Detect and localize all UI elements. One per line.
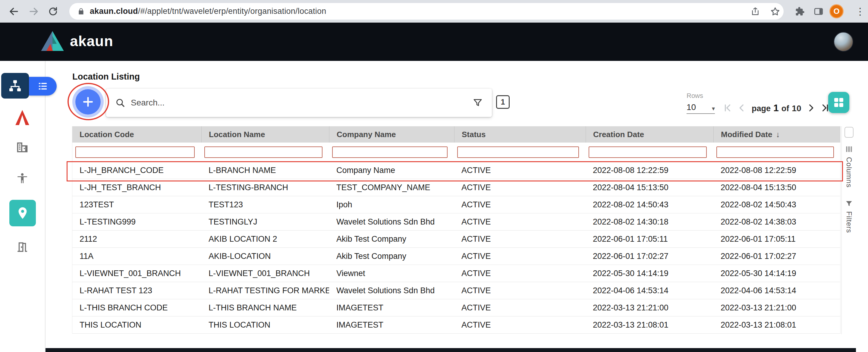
column-header-status[interactable]: Status	[454, 126, 586, 142]
table-cell: 2022-08-02 14:50:43	[713, 200, 841, 210]
table-cell: 2022-08-02 14:30:18	[586, 217, 713, 227]
page-title: Location Listing	[72, 72, 140, 82]
filter-input-location-code[interactable]	[75, 147, 195, 158]
table-cell: 2022-08-08 12:22:59	[713, 166, 841, 175]
column-header-company-name[interactable]: Company Name	[329, 126, 454, 142]
table-cell: 2022-08-04 15:13:50	[713, 183, 841, 192]
table-row[interactable]: 2112AKIB LOCATION 2Akib Test CompanyACTI…	[72, 230, 840, 248]
share-icon[interactable]	[748, 4, 763, 19]
grid-icon	[833, 96, 845, 108]
table-row[interactable]: L-VIEWNET_001_BRANCHL-VIEWNET_001_BRANCH…	[72, 265, 840, 282]
rows-per-page-select[interactable]: 10 ▾	[687, 101, 715, 114]
table-cell: ACTIVE	[454, 166, 586, 175]
browser-menu-icon[interactable]: ⋮	[855, 5, 865, 18]
table-cell: ACTIVE	[454, 252, 586, 261]
column-header-modified-date[interactable]: Modified Date↓	[713, 126, 841, 142]
table-cell: ACTIVE	[454, 269, 586, 278]
table-cell: 2022-05-30 14:14:19	[713, 269, 841, 278]
table-row[interactable]: L-JH_BRANCH_CODEL-BRANCH NAMECompany Nam…	[72, 162, 840, 179]
first-page-button[interactable]	[721, 102, 734, 114]
table-cell: L-BRANCH NAME	[201, 166, 329, 175]
column-header-creation-date[interactable]: Creation Date	[586, 126, 713, 142]
plus-icon	[82, 95, 95, 108]
bookmark-star-icon[interactable]	[768, 4, 782, 19]
previous-page-button[interactable]	[735, 102, 748, 114]
column-header-location-name[interactable]: Location Name	[201, 126, 329, 142]
akaun-logo-icon	[41, 31, 64, 51]
reload-button[interactable]	[46, 4, 60, 19]
org-hierarchy-icon	[8, 79, 22, 93]
table-cell: 2022-08-02 14:50:43	[586, 200, 713, 210]
filters-panel-tab[interactable]: Filters	[845, 200, 853, 233]
column-header-location-code[interactable]: Location Code	[72, 126, 201, 142]
table-cell: 2022-03-13 21:08:01	[713, 320, 841, 330]
page-indicator: page 1 of 10	[752, 102, 801, 114]
table-row[interactable]: L-THIS BRANCH CODEL-THIS BRANCH NAMEIMAG…	[72, 299, 840, 316]
back-button[interactable]	[7, 4, 21, 19]
forward-button[interactable]	[27, 4, 41, 19]
next-page-button[interactable]	[805, 102, 817, 114]
filter-input-status[interactable]	[457, 147, 579, 158]
filter-input-location-name[interactable]	[204, 147, 322, 158]
table-cell: 2022-06-01 17:05:11	[713, 234, 841, 244]
table-cell: 2022-06-01 17:05:11	[586, 234, 713, 244]
app-header: akaun	[0, 23, 868, 61]
table-cell: 11A	[72, 252, 201, 261]
table-cell: 2022-08-08 12:22:59	[586, 166, 713, 175]
table-cell: L-VIEWNET_001_BRANCH	[72, 269, 201, 278]
sidebar-item-person[interactable]	[16, 172, 29, 185]
sidebar-item-location[interactable]	[9, 200, 36, 226]
columns-panel-tab[interactable]: Columns	[845, 145, 853, 188]
table-cell: Wavelet Solutions Sdn Bhd	[329, 217, 454, 227]
page-total: 10	[792, 104, 801, 113]
sidebar-item-red-applet[interactable]	[14, 109, 30, 126]
table-cell: THIS LOCATION	[72, 320, 201, 330]
table-row[interactable]: L-JH_TEST_BRANCHL-TESTING-BRANCHTEST_COM…	[72, 179, 840, 196]
table-cell: 2022-04-06 14:53:14	[713, 286, 841, 295]
table-row[interactable]: 123TESTTEST123IpohACTIVE2022-08-02 14:50…	[72, 196, 840, 213]
sidebar-item-exit[interactable]	[16, 241, 29, 254]
table-cell: 2022-03-13 21:08:01	[586, 320, 713, 330]
table-row[interactable]: L-RAHAT TEST 123L-RAHAT TESTING FOR MARK…	[72, 282, 840, 299]
table-cell: ACTIVE	[454, 286, 586, 295]
single-view-toggle[interactable]: 1	[496, 95, 510, 109]
extensions-icon[interactable]	[793, 4, 807, 19]
table-cell: 2022-03-13 21:21:00	[586, 303, 713, 313]
table-cell: Akib Test Company	[329, 234, 454, 244]
table-cell: 2022-06-01 17:02:27	[713, 252, 841, 261]
table-cell: ACTIVE	[454, 183, 586, 192]
side-panel-icon[interactable]	[811, 4, 826, 19]
browser-window: akaun.cloud/#/applet/tnt/wavelet/erp/ent…	[0, 0, 868, 352]
user-avatar[interactable]	[834, 32, 853, 52]
url-bar[interactable]: akaun.cloud/#/applet/tnt/wavelet/erp/ent…	[69, 3, 784, 20]
footer-bar	[45, 348, 856, 352]
scrollbar-thumb[interactable]	[844, 127, 854, 138]
filter-input-creation-date[interactable]	[589, 147, 707, 158]
filter-input-modified-date[interactable]	[716, 147, 834, 158]
browser-profile-avatar[interactable]: O	[830, 4, 844, 19]
table-cell: 123TEST	[72, 200, 201, 210]
location-pin-icon	[16, 206, 30, 220]
lock-icon[interactable]	[77, 7, 85, 15]
table-row[interactable]: 11AAKIB-LOCATIONAkib Test CompanyACTIVE2…	[72, 248, 840, 265]
brand-logo[interactable]: akaun	[41, 31, 113, 51]
pagination: page 1 of 10	[721, 100, 832, 116]
table-cell: L-THIS BRANCH NAME	[201, 303, 329, 313]
table-cell: ACTIVE	[454, 200, 586, 210]
grid-view-button[interactable]	[828, 92, 849, 113]
table-cell: Company Name	[329, 166, 454, 175]
filter-input-company-name[interactable]	[332, 147, 447, 158]
table-cell: 2022-06-01 17:02:27	[586, 252, 713, 261]
table-cell: TESTINGLYJ	[201, 217, 329, 227]
sidebar-item-applet-menu[interactable]	[29, 77, 57, 96]
sidebar-item-company[interactable]	[14, 139, 30, 155]
table-cell: Viewnet	[329, 269, 454, 278]
table-cell: L-RAHAT TESTING FOR MARKE...	[201, 286, 329, 295]
table-row[interactable]: THIS LOCATIONTHIS LOCATIONIMAGETESTACTIV…	[72, 316, 840, 333]
sidebar-item-organisation-applet[interactable]	[1, 73, 29, 99]
add-location-button[interactable]	[75, 89, 101, 115]
filter-funnel-icon[interactable]	[472, 98, 483, 108]
search-input[interactable]	[131, 98, 472, 107]
table-row[interactable]: L-TESTING999TESTINGLYJWavelet Solutions …	[72, 213, 840, 230]
table-cell: 2022-05-30 14:14:19	[586, 269, 713, 278]
